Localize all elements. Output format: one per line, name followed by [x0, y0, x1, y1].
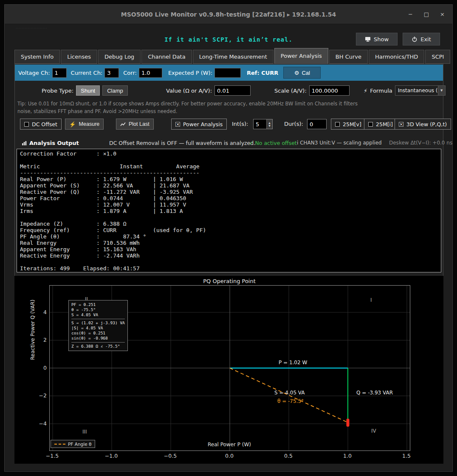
minimize-button[interactable]: − — [408, 11, 413, 17]
console-line: Apparent Power (S) : 22.566 VA | 21.687 … — [20, 182, 441, 189]
bw25m-i-checkbox — [368, 122, 373, 127]
channel-config-bar: Voltage Ch: Current Ch: Corr: Expected P… — [15, 65, 443, 81]
tab-system-info[interactable]: System Info — [14, 50, 60, 64]
power-analysis-toggle[interactable]: × Power Analysis — [171, 119, 227, 130]
power-analysis-toggle-label: Power Analysis — [183, 121, 223, 128]
probe-value-group: Value (Ω or A/V): — [166, 85, 251, 96]
corr-input[interactable] — [139, 68, 162, 78]
view3d-checkbox: × — [399, 122, 403, 127]
cal-button[interactable]: ⚙ Cal — [283, 67, 321, 79]
tab-long-time-measurement[interactable]: Long-Time Measurement — [193, 50, 274, 64]
console-line — [20, 259, 441, 265]
bw25m-v-toggle[interactable]: 25M[v] — [331, 119, 366, 130]
spinner-down-icon[interactable]: ▼ — [268, 124, 271, 127]
console-line: ----------------------------------------… — [20, 170, 441, 176]
formula-group: ⚡ Formula Instantaneous (v ▼ — [364, 85, 446, 96]
expected-p-input[interactable] — [214, 68, 241, 78]
tab-channel-data[interactable]: Channel Data — [141, 50, 192, 64]
formula-dropdown[interactable]: Instantaneous (v ▼ — [395, 85, 446, 96]
expected-p-label: Expected P (W): — [168, 70, 212, 76]
analysis-output-title: Analysis Output — [22, 140, 79, 146]
console-line: Frequency (ref) : CURR (used for θ, PF) — [20, 227, 441, 233]
console-line — [20, 157, 441, 163]
tip-text-line1: Tip: Use 0.01 for 10mΩ shunt, or 1.0 if … — [17, 101, 358, 107]
voltage-ch-input[interactable] — [52, 68, 67, 78]
dc-offset-label: DC Offset — [32, 121, 57, 128]
probe-value-input[interactable] — [214, 85, 251, 96]
clamp-toggle[interactable]: Clamp — [102, 85, 128, 96]
interval-input[interactable] — [254, 119, 266, 129]
formula-label: Formula — [370, 88, 392, 94]
dc-offset-status-text: DC Offset Removal is OFF — full waveform… — [109, 140, 255, 146]
x-axis-label: Real Power P (W) — [208, 442, 251, 448]
x-tick-label: 1.5 — [402, 453, 411, 459]
q-value-label: Q = -3.93 VAR — [356, 390, 393, 396]
deskew-info: Deskew Δt(V−I): +0.0 ns — [389, 140, 452, 146]
probe-type-label: Probe Type: — [42, 88, 73, 94]
bw25m-i-toggle[interactable]: 25M[i] — [364, 119, 397, 130]
close-button[interactable]: × — [440, 11, 445, 17]
pf-angle-legend-label: PF Angle θ — [68, 442, 91, 447]
y-tick-label: 2 — [32, 337, 47, 343]
interval-label: Int(s): — [232, 121, 248, 127]
annotation-line: cos(θ) = 0.251 — [71, 331, 125, 336]
scale-label: Scale (A/V): — [274, 88, 307, 94]
scale-input[interactable] — [309, 85, 350, 96]
console-line: Reactive Power (Q) : -11.272 VAR | -3.92… — [20, 189, 441, 195]
dc-offset-toggle[interactable]: DC Offset — [20, 119, 62, 130]
annotation-line: sin(θ) = -0.968 — [71, 336, 125, 341]
quadrant-label-I: I — [370, 297, 372, 303]
tab-bh-curve[interactable]: BH Curve — [329, 50, 368, 64]
plot-last-button[interactable]: Plot Last — [116, 119, 154, 130]
line-chart-icon — [120, 122, 126, 127]
tab-bar: System Info Licenses Debug Log Channel D… — [14, 48, 451, 64]
monitor-icon — [365, 37, 371, 42]
y-tick-label: −2 — [32, 392, 47, 399]
interval-spinner[interactable]: ▲ ▼ — [266, 119, 272, 129]
bw25m-v-label: 25M[v] — [343, 121, 361, 128]
y-tick-label: 0 — [32, 365, 47, 371]
s-value-label: S = 4.05 VA — [274, 390, 305, 396]
console-line — [20, 214, 441, 221]
interval-spinbox[interactable]: ▲ ▼ — [253, 119, 273, 129]
shunt-toggle[interactable]: Shunt — [76, 85, 100, 96]
show-button[interactable]: Show — [356, 33, 398, 45]
exit-button[interactable]: Exit — [403, 33, 440, 45]
console-line: Correction Factor : ×1.0 — [20, 150, 441, 157]
console-line: Power Factor : 0.0744 | 0.046350 — [20, 195, 441, 201]
spinner-up-icon[interactable]: ▲ — [268, 121, 271, 124]
console-line: Apparent Energy : 15.163 VAh — [20, 246, 441, 252]
power-icon — [412, 36, 418, 42]
analysis-header-row: Analysis Output DC Offset Removal is OFF… — [15, 139, 443, 147]
tab-licenses[interactable]: Licenses — [61, 50, 97, 64]
console-line: Real Power (P) : 1.679 W | 1.016 W — [20, 176, 441, 182]
window-controls: − □ × — [408, 5, 445, 24]
tab-harmonics-thd[interactable]: Harmonics/THD — [369, 50, 424, 64]
view3d-toggle[interactable]: × 3D View (P,Q,t) — [395, 119, 451, 130]
measure-button[interactable]: ⚡ Measure — [65, 119, 104, 130]
power-analysis-checkbox: × — [175, 122, 180, 127]
y-axis-label: Reactive Power Q (VAR) — [30, 298, 36, 360]
console-line: Iterations: 499 Elapsed: 00:41:57 — [20, 265, 441, 272]
show-button-label: Show — [374, 36, 389, 42]
tip-text-line2: noise, stabilizes FFT phase and PF. Avoi… — [17, 108, 177, 114]
gear-icon: ⚙ — [294, 70, 299, 76]
analysis-console[interactable]: Correction Factor : ×1.0 Metric Instant … — [17, 149, 441, 272]
channel-unit-info: i CHAN3 Unit:V — scaling applied — [297, 140, 382, 146]
measure-button-label: Measure — [79, 121, 100, 127]
tab-debug-log[interactable]: Debug Log — [98, 50, 141, 64]
console-line: PF Angle (θ) : 87.34 ° — [20, 233, 441, 240]
formula-dropdown-value: Instantaneous (v — [395, 86, 438, 95]
tab-scpi[interactable]: SCPI — [425, 50, 450, 64]
view3d-toggle-label: 3D View (P,Q,t) — [406, 121, 447, 128]
chevron-down-icon[interactable]: ▼ — [438, 86, 445, 95]
maximize-button[interactable]: □ — [424, 11, 429, 17]
duration-input[interactable] — [307, 119, 327, 129]
offset-ok-badge: ✓ No active offset — [249, 140, 297, 146]
current-ch-input[interactable] — [104, 68, 119, 78]
console-line: Vrms : 12.007 V | 11.957 V — [20, 201, 441, 208]
probe-settings-row: Probe Type: Shunt Clamp Value (Ω or A/V)… — [15, 85, 443, 96]
plot-last-button-label: Plot Last — [129, 121, 150, 127]
console-line: Real Energy : 710.536 mWh — [20, 240, 441, 246]
tab-power-analysis[interactable]: Power Analysis — [274, 48, 328, 64]
